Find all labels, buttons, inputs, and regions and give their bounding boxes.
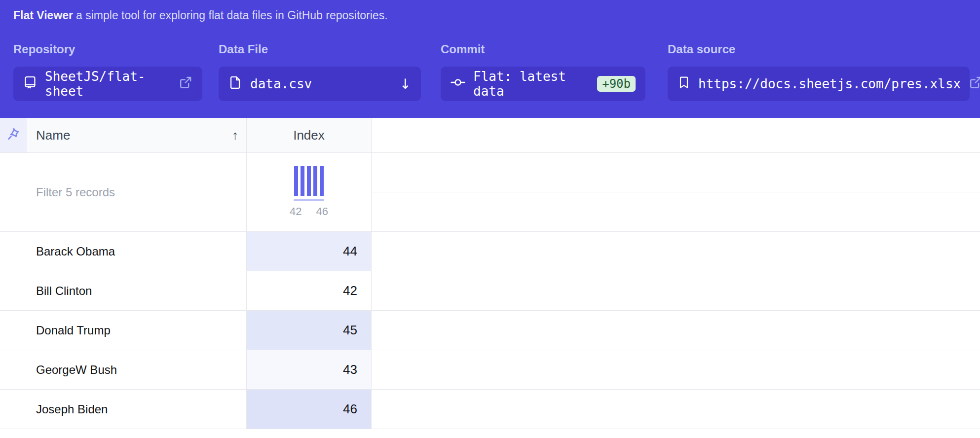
name-cell: Barack Obama — [27, 232, 247, 271]
table-row: GeorgeW Bush 43 — [0, 350, 980, 390]
repository-label: Repository — [13, 42, 75, 56]
name-filter-cell — [27, 153, 247, 232]
pin-column-spacer — [0, 311, 27, 350]
index-cell: 46 — [247, 390, 372, 429]
commit-chip[interactable]: Flat: latest data +90b — [441, 67, 645, 101]
filter-filler — [372, 153, 980, 232]
column-header-name-label: Name — [36, 128, 70, 143]
app-header: Flat Viewera simple tool for exploring f… — [0, 0, 980, 118]
sort-ascending-icon: ↑ — [232, 128, 238, 143]
histogram-labels: 42 46 — [290, 205, 328, 218]
filter-input[interactable] — [36, 185, 224, 199]
repository-name: SheetJS/flat-sheet — [45, 69, 171, 99]
histogram-min-label: 42 — [290, 205, 302, 218]
column-header-index-label: Index — [293, 128, 325, 143]
name-cell: Donald Trump — [27, 311, 247, 350]
pin-column-spacer — [0, 271, 27, 311]
data-file-chip[interactable]: data.csv ↓ — [219, 67, 421, 101]
index-cell: 45 — [247, 311, 372, 350]
data-source-label: Data source — [668, 42, 735, 56]
bookmark-icon — [678, 75, 690, 92]
histogram-bar — [294, 166, 298, 196]
commit-message: Flat: latest data — [473, 69, 589, 99]
index-cell: 42 — [247, 271, 372, 311]
pin-column-header[interactable] — [0, 118, 27, 153]
pin-column-spacer — [0, 232, 27, 271]
name-cell: Bill Clinton — [27, 271, 247, 311]
row-filler — [372, 390, 980, 429]
histogram-bars — [294, 166, 324, 196]
histogram-max-label: 46 — [316, 205, 328, 218]
index-cell: 44 — [247, 232, 372, 271]
histogram-bar — [301, 166, 304, 196]
section-commit: Commit Flat: latest data +90b — [441, 42, 485, 56]
table-row: Joseph Biden 46 — [0, 390, 980, 429]
section-data-file: Data File data.csv ↓ — [219, 42, 268, 56]
data-source-chip[interactable]: https://docs.sheetjs.com/pres.xlsx — [668, 67, 970, 101]
header-filler — [372, 118, 980, 153]
repository-chip[interactable]: SheetJS/flat-sheet — [13, 67, 202, 101]
app-title: Flat Viewer — [13, 9, 73, 22]
repo-book-icon — [23, 75, 37, 92]
histogram-bar — [320, 166, 324, 196]
section-repository: Repository SheetJS/flat-sheet — [13, 42, 75, 56]
histogram-range-track — [294, 199, 324, 201]
column-header-index[interactable]: Index — [247, 118, 372, 153]
row-filler — [372, 232, 980, 271]
name-cell: Joseph Biden — [27, 390, 247, 429]
download-arrow-icon: ↓ — [400, 76, 411, 92]
row-filler — [372, 350, 980, 390]
index-cell: 43 — [247, 350, 372, 390]
row-filler — [372, 311, 980, 350]
table-header-row: Name ↑ Index — [0, 118, 980, 153]
filter-row: 42 46 — [0, 153, 980, 232]
app-title-line: Flat Viewera simple tool for exploring f… — [13, 9, 388, 22]
data-file-name: data.csv — [250, 76, 392, 91]
commit-diff-badge: +90b — [597, 76, 636, 92]
pin-column-spacer — [0, 350, 27, 390]
data-source-url: https://docs.sheetjs.com/pres.xlsx — [698, 76, 961, 91]
table-row: Bill Clinton 42 — [0, 271, 980, 311]
table-row: Barack Obama 44 — [0, 232, 980, 271]
external-link-icon — [179, 75, 192, 92]
external-link-icon — [969, 75, 980, 92]
data-table: Name ↑ Index 42 46 Barack Obama 44 — [0, 118, 980, 429]
column-header-name[interactable]: Name ↑ — [27, 118, 247, 153]
row-filler — [372, 271, 980, 311]
app-subtitle: a simple tool for exploring flat data fi… — [76, 9, 388, 22]
histogram-bar — [307, 166, 311, 196]
commit-label: Commit — [441, 42, 485, 56]
data-file-label: Data File — [219, 42, 268, 56]
file-icon — [228, 75, 242, 92]
section-data-source: Data source https://docs.sheetjs.com/pre… — [668, 42, 735, 56]
name-cell: GeorgeW Bush — [27, 350, 247, 390]
commit-icon — [451, 75, 465, 93]
index-histogram[interactable]: 42 46 — [247, 153, 372, 232]
pin-column-spacer — [0, 153, 27, 232]
histogram-bar — [313, 166, 317, 196]
pin-column-spacer — [0, 390, 27, 429]
pin-icon[interactable] — [6, 127, 21, 144]
table-row: Donald Trump 45 — [0, 311, 980, 350]
